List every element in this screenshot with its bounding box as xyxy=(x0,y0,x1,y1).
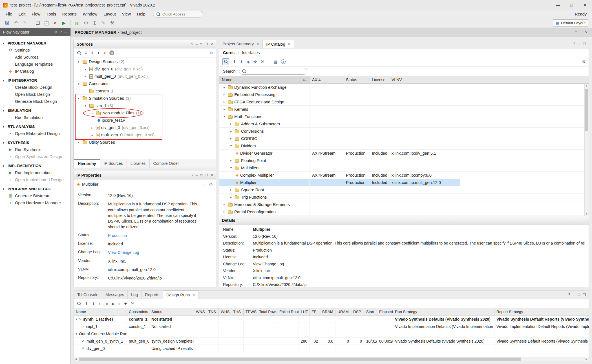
tab-log[interactable]: Log xyxy=(128,290,142,299)
chevron-down-icon[interactable]: ▾ xyxy=(76,318,77,321)
chevron-right-icon[interactable]: ▸ xyxy=(222,203,226,206)
tree-row-simulation-sources[interactable]: ▾Simulation Sources(3) xyxy=(74,95,216,102)
minimize-icon[interactable]: — xyxy=(551,0,565,10)
step-back-icon[interactable]: « xyxy=(106,301,108,306)
chevron-down-icon[interactable]: ▾ xyxy=(76,82,81,85)
column-header-axi4[interactable]: AXI4 xyxy=(310,76,343,83)
chevron-right-icon[interactable]: ▸ xyxy=(229,137,233,140)
collapse-panel-icon[interactable]: ⇄ xyxy=(54,30,57,34)
delete-icon[interactable]: ✕ xyxy=(51,19,59,27)
chevron-down-icon[interactable]: ▾ xyxy=(229,166,233,169)
maximize-icon[interactable]: ❐ xyxy=(205,42,208,46)
help-icon[interactable]: ? xyxy=(60,30,62,34)
column-header[interactable]: Start xyxy=(364,308,377,315)
gear-icon[interactable]: ⚙ xyxy=(209,182,213,187)
undo-icon[interactable]: ↶ xyxy=(12,19,20,27)
tab-hierarchy[interactable]: Hierarchy xyxy=(74,159,100,168)
wand-icon[interactable]: ⚒ xyxy=(108,19,116,27)
tree-row-sim-1[interactable]: ▾sim_1(3) xyxy=(74,102,216,109)
tree-row-design-sources[interactable]: ▾Design Sources(2) xyxy=(74,58,216,65)
chevron-down-icon[interactable]: ▾ xyxy=(90,112,94,115)
minimize-icon[interactable]: – xyxy=(196,173,198,177)
menu-reports[interactable]: Reports xyxy=(59,11,80,17)
catalog-row[interactable]: ▸Floating Point xyxy=(219,157,589,164)
forward-icon[interactable]: → xyxy=(202,182,206,187)
paste-icon[interactable]: 📋 xyxy=(43,19,50,27)
tree-row-constraints[interactable]: ▾Constraints xyxy=(74,80,216,87)
run-row-synth-1[interactable]: ▾▷synth_1 (active) constrs_1 Not started… xyxy=(74,316,589,323)
horizontal-scrollbar[interactable]: ◀ ▶ xyxy=(74,357,589,361)
menu-layout[interactable]: Layout xyxy=(100,11,119,17)
detail-change-log-link[interactable]: View Change Log xyxy=(253,262,284,266)
vertical-scrollbar[interactable]: ▲ ▼ xyxy=(584,84,589,216)
help-icon[interactable]: ? xyxy=(568,293,570,297)
chevron-right-icon[interactable]: ▸ xyxy=(222,86,226,89)
section-header-rtl-analysis[interactable]: ▾RTL ANALYSIS xyxy=(0,123,70,130)
tab-ip-catalog[interactable]: IP Catalog✕ xyxy=(263,40,294,48)
catalog-row[interactable]: ▸FPGA Features and Design xyxy=(219,98,589,106)
subtab-cores[interactable]: Cores xyxy=(223,50,235,55)
column-header[interactable]: Constraints xyxy=(127,308,149,315)
column-header-name[interactable]: Name∧1 xyxy=(219,76,310,83)
chevron-down-icon[interactable]: ▾ xyxy=(76,60,81,63)
chevron-right-icon[interactable]: ▸ xyxy=(222,108,226,111)
search-icon[interactable] xyxy=(77,301,81,306)
run-row-div-gen-0[interactable]: ✓div_gen_0 Using cached IP results xyxy=(74,345,589,352)
copy-icon[interactable]: ❏ xyxy=(34,19,42,27)
close-icon[interactable]: ✕ xyxy=(211,173,213,177)
help-icon[interactable]: ? xyxy=(191,42,193,46)
tab-reports[interactable]: Reports xyxy=(142,290,163,299)
sidebar-item-open-implemented-design[interactable]: ›Open Implemented Design xyxy=(0,176,70,183)
section-header-synthesis[interactable]: ▾SYNTHESIS xyxy=(0,139,70,146)
collapse-all-icon[interactable]: ⇞ xyxy=(84,51,88,55)
tree-row-div-gen-0[interactable]: ▸div_gen_0(div_gen_0.xci) xyxy=(74,65,216,73)
tab-tcl-console[interactable]: Tcl Console xyxy=(74,290,102,299)
sidebar-item-open-hardware-manager[interactable]: ›Open Hardware Manager xyxy=(0,199,70,206)
column-header-vlnv[interactable]: VLNV xyxy=(389,76,460,83)
scroll-left-icon[interactable]: ◀ xyxy=(74,358,78,360)
section-header-simulation[interactable]: ▾SIMULATION xyxy=(0,107,70,114)
sidebar-item-open-synthesized-design[interactable]: ›Open Synthesized Design xyxy=(0,153,70,160)
catalog-row[interactable]: ▸Square Root xyxy=(219,186,589,194)
float-icon[interactable]: □ xyxy=(578,42,580,46)
expand-all-icon[interactable]: ⇟ xyxy=(91,51,94,55)
catalog-row-divider-generator[interactable]: ◆Divider GeneratorAXI4-StreamProductionI… xyxy=(219,150,589,157)
sidebar-item-add-sources[interactable]: Add Sources xyxy=(0,54,70,61)
section-header-program-and-debug[interactable]: ▾PROGRAM AND DEBUG xyxy=(0,186,70,192)
chevron-right-icon[interactable]: ▸ xyxy=(222,93,226,96)
chevron-right-icon[interactable]: ▸ xyxy=(222,210,226,213)
chevron-right-icon[interactable]: ▸ xyxy=(83,68,88,71)
maximize-icon[interactable]: ❐ xyxy=(205,173,208,177)
search-icon[interactable] xyxy=(222,58,229,65)
sidebar-item-ip-catalog[interactable]: ◆IP Catalog xyxy=(0,68,70,75)
quick-access-search[interactable]: Quick Access xyxy=(153,11,203,17)
collapse-all-icon[interactable]: ⇞ xyxy=(233,59,236,64)
tree-row-utility-sources[interactable]: ▸Utility Sources xyxy=(74,139,216,146)
sidebar-item-generate-bitstream[interactable]: ▦Generate Bitstream xyxy=(0,192,70,199)
float-icon[interactable]: □ xyxy=(580,30,582,34)
chevron-right-icon[interactable]: ▸ xyxy=(83,75,88,78)
tab-design-runs[interactable]: Design Runs✕ xyxy=(163,290,199,299)
menu-tools[interactable]: Tools xyxy=(43,11,59,17)
back-icon[interactable]: ← xyxy=(194,182,198,187)
step-forward-icon[interactable]: » xyxy=(118,301,121,306)
info-icon[interactable]: i xyxy=(281,59,286,64)
menu-window[interactable]: Window xyxy=(80,11,101,17)
catalog-row[interactable]: ▸Conversions xyxy=(219,128,589,135)
close-icon[interactable]: ✕ xyxy=(210,42,213,46)
catalog-row[interactable]: ▸Dynamic Function eXchange xyxy=(219,84,589,91)
catalog-row[interactable]: ▸Embedded Processing xyxy=(219,91,589,98)
scrollbar-thumb[interactable] xyxy=(79,358,521,361)
scrollbar-thumb[interactable] xyxy=(585,89,588,131)
sidebar-item-open-elaborated-design[interactable]: ›Open Elaborated Design xyxy=(0,130,70,137)
sum-icon[interactable]: Σ xyxy=(91,19,99,27)
save-icon[interactable]: 🖫 xyxy=(3,19,11,27)
catalog-row[interactable]: ▸Trig Functions xyxy=(219,194,589,201)
catalog-row[interactable]: ▸Memories & Storage Elements xyxy=(219,201,589,208)
column-header-status[interactable]: Status xyxy=(343,76,369,83)
column-header[interactable]: FF xyxy=(310,308,320,315)
chevron-right-icon[interactable]: ▸ xyxy=(229,188,233,191)
step-to-start-icon[interactable]: ⇤ xyxy=(99,301,102,306)
tree-row-sim-mult-gen-0[interactable]: ▸mult_gen_0(mult_gen_0.xci) xyxy=(74,131,216,139)
layout-selector[interactable]: ▦ Default Layout xyxy=(553,19,588,26)
